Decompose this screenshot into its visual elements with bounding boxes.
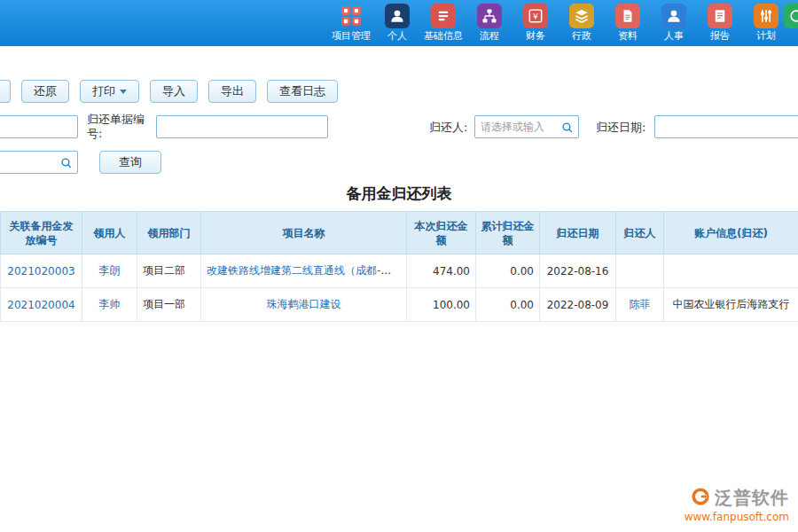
page-title: 备用金归还列表 bbox=[0, 184, 798, 204]
column-header: 项目名称 bbox=[201, 212, 407, 254]
brand-footer: 泛普软件 www.fanpusoft.com bbox=[685, 486, 789, 523]
doc-no-label: 归还单据编号: bbox=[87, 113, 151, 141]
column-header: 本次归还金额 bbox=[407, 212, 476, 254]
table-cell: 李朗 bbox=[82, 254, 137, 288]
table-cell: 0.00 bbox=[476, 254, 540, 288]
basic-info-icon bbox=[431, 4, 456, 28]
project-management-icon bbox=[339, 4, 364, 28]
nav-item-label: 行政 bbox=[572, 30, 591, 42]
table-cell: 陈菲 bbox=[616, 288, 664, 322]
table-cell: 项目二部 bbox=[137, 254, 201, 288]
column-header: 领用部门 bbox=[137, 212, 201, 254]
table-cell: 李帅 bbox=[82, 288, 137, 322]
cell-link[interactable]: 李帅 bbox=[99, 298, 121, 310]
column-header: 归还人 bbox=[616, 212, 664, 254]
nav-item-documents[interactable]: 资料 bbox=[605, 4, 651, 42]
return-table: 关联备用金发放编号领用人领用部门项目名称本次归还金额累计归还金额归还日期归还人账… bbox=[0, 211, 798, 322]
table-cell: 100.00 bbox=[407, 288, 476, 322]
cell-link[interactable]: 李朗 bbox=[99, 264, 121, 277]
personal-icon bbox=[385, 4, 410, 28]
table-row: 2021020003李朗项目二部改建铁路线增建第二线直通线（成都-西...474… bbox=[1, 254, 798, 288]
doc-no-input[interactable] bbox=[156, 115, 328, 138]
documents-icon bbox=[615, 4, 640, 28]
table-cell bbox=[664, 254, 798, 288]
table-cell: 474.00 bbox=[407, 254, 476, 288]
table-cell: 0.00 bbox=[476, 288, 540, 322]
nav-item-label: 个人 bbox=[387, 30, 407, 42]
workflow-icon bbox=[477, 4, 502, 28]
nav-item-label: 人事 bbox=[664, 30, 684, 42]
nav-item-label: 项目管理 bbox=[332, 30, 371, 42]
truncated-filter-input[interactable] bbox=[0, 115, 78, 138]
brand-url: www.fanpusoft.com bbox=[685, 511, 789, 523]
table-cell: 改建铁路线增建第二线直通线（成都-西... bbox=[201, 254, 407, 288]
cell-link[interactable]: 陈菲 bbox=[630, 298, 651, 310]
brand-logo-icon bbox=[691, 487, 710, 510]
table-header-row: 关联备用金发放编号领用人领用部门项目名称本次归还金额累计归还金额归还日期归还人账… bbox=[1, 212, 798, 254]
admin-icon bbox=[569, 4, 594, 28]
nav-item-plan[interactable]: 计划 bbox=[743, 4, 789, 42]
import-button[interactable]: 导入 bbox=[150, 80, 198, 103]
nav-item-workflow[interactable]: 流程 bbox=[466, 4, 512, 42]
print-button[interactable]: 打印 bbox=[80, 80, 139, 103]
nav-item-hr[interactable]: 人事 bbox=[651, 4, 697, 42]
nav-item-basic-info[interactable]: 基础信息 bbox=[420, 4, 466, 42]
column-header: 账户信息(归还) bbox=[664, 212, 798, 254]
nav-item-admin[interactable]: 行政 bbox=[559, 4, 605, 42]
return-date-input[interactable] bbox=[654, 115, 798, 138]
nav-item-finance[interactable]: ¥ 财务 bbox=[512, 4, 559, 42]
toolbar: 还原 打印 导入 导出 查看日志 bbox=[0, 78, 798, 105]
view-log-button[interactable]: 查看日志 bbox=[267, 80, 338, 103]
nav-item-report[interactable]: 报告 bbox=[697, 4, 743, 42]
nav-item-label: 流程 bbox=[480, 30, 499, 42]
query-button[interactable]: 查询 bbox=[99, 151, 161, 174]
table-cell: 2022-08-09 bbox=[540, 288, 616, 322]
truncated-button[interactable] bbox=[0, 80, 11, 103]
nav-item-label: 资料 bbox=[618, 30, 638, 42]
top-nav-bar: 项目管理 个人 基础信息 流程 ¥ 财务 行政 资料 bbox=[0, 0, 798, 46]
cell-link[interactable]: 2021020004 bbox=[7, 299, 74, 311]
finance-icon: ¥ bbox=[523, 4, 548, 28]
nav-item-partial[interactable] bbox=[789, 4, 798, 30]
table-cell: 2022-08-16 bbox=[540, 254, 616, 288]
nav-item-project-management[interactable]: 项目管理 bbox=[328, 4, 374, 42]
table-cell bbox=[616, 254, 664, 288]
column-header: 累计归还金额 bbox=[476, 212, 540, 254]
returner-label: 归还人: bbox=[429, 121, 467, 135]
table-row: 2021020004李帅项目一部珠海鹤港口建设100.000.002022-08… bbox=[1, 288, 798, 322]
table-cell: 2021020003 bbox=[1, 254, 82, 288]
nav-item-label: 报告 bbox=[710, 30, 730, 42]
partial-icon bbox=[784, 4, 798, 28]
hr-icon bbox=[661, 4, 686, 28]
column-header: 关联备用金发放编号 bbox=[1, 212, 82, 254]
table-cell: 2021020004 bbox=[1, 288, 82, 322]
cell-link[interactable]: 2021020003 bbox=[7, 265, 74, 278]
search-icon[interactable] bbox=[60, 156, 73, 173]
restore-button[interactable]: 还原 bbox=[21, 80, 69, 103]
column-header: 归还日期 bbox=[540, 212, 616, 254]
report-icon bbox=[708, 4, 732, 28]
plan-icon bbox=[754, 4, 778, 28]
return-date-label: 归还日期: bbox=[596, 121, 645, 135]
cell-link[interactable]: 珠海鹤港口建设 bbox=[267, 298, 341, 310]
nav-item-personal[interactable]: 个人 bbox=[374, 4, 420, 42]
column-header: 领用人 bbox=[82, 212, 137, 254]
cell-link[interactable]: 改建铁路线增建第二线直通线（成都-西... bbox=[207, 264, 402, 277]
chevron-down-icon bbox=[120, 90, 127, 94]
svg-text:¥: ¥ bbox=[533, 12, 538, 21]
filter-row-1: 归还单据编号: 归还人: 归还日期: bbox=[0, 115, 798, 140]
brand-name: 泛普软件 bbox=[715, 486, 789, 510]
nav-item-label: 财务 bbox=[526, 30, 545, 42]
nav-item-label: 计划 bbox=[756, 30, 776, 42]
table-cell: 珠海鹤港口建设 bbox=[201, 288, 407, 322]
export-button[interactable]: 导出 bbox=[208, 80, 256, 103]
filter-row-2: 查询 bbox=[0, 151, 798, 176]
table-cell: 中国农业银行后海路支行 bbox=[664, 288, 798, 322]
nav-item-label: 基础信息 bbox=[424, 30, 463, 42]
search-icon[interactable] bbox=[561, 121, 574, 137]
table-cell: 项目一部 bbox=[137, 288, 201, 322]
